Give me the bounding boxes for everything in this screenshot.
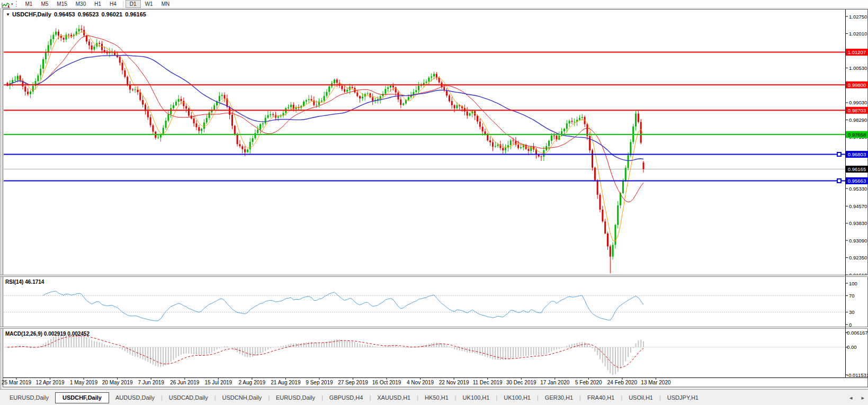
symbol-tab-bar: EURUSD,DailyUSDCHF,DailyAUDUSD,Daily|USD…: [0, 389, 868, 405]
candle-body: [574, 122, 575, 122]
date-axis-label: 21 Aug 2019: [271, 380, 301, 385]
candle-body: [221, 95, 223, 96]
toolbar-dropdown-icon[interactable]: ▾: [11, 2, 13, 6]
candle-body: [55, 32, 57, 35]
candle-body: [178, 99, 180, 102]
chart-tab-usdchf-daily[interactable]: USDCHF,Daily: [55, 392, 109, 403]
candle-body: [571, 121, 572, 122]
candle-body: [40, 69, 41, 76]
tab-scroll-left-icon[interactable]: ◂: [849, 394, 853, 401]
candle-body: [99, 43, 100, 43]
candle-body: [14, 80, 16, 80]
chart-tab-usdjpy-h1[interactable]: USDJPY,H1: [661, 393, 705, 403]
date-axis-label: 30 Dec 2019: [506, 380, 536, 385]
candle-body: [326, 92, 327, 96]
candle-body: [495, 146, 496, 147]
level-handle[interactable]: [837, 179, 841, 183]
candle-body: [513, 140, 514, 141]
chart-tab-xauusd-h1[interactable]: XAUUSD,H1: [371, 393, 417, 403]
level-price-tag-text: 0.97658: [848, 132, 866, 138]
candle-body: [415, 90, 417, 92]
candle-body: [68, 35, 69, 35]
indicators-icon[interactable]: [2, 1, 11, 7]
candle-body: [247, 149, 248, 152]
symbol-tabs: EURUSD,DailyUSDCHF,DailyAUDUSD,Daily|USD…: [3, 392, 705, 403]
date-axis-label: 20 May 2019: [102, 380, 133, 385]
chart-tab-fra40-h1[interactable]: FRA40,H1: [581, 393, 621, 403]
timeframe-h4-button[interactable]: H4: [105, 0, 121, 8]
candle-body: [352, 87, 353, 88]
candle-body: [433, 74, 435, 77]
candle-body: [520, 147, 522, 148]
candle-body: [454, 105, 455, 109]
tab-scroll-right-icon[interactable]: ▸: [861, 394, 864, 401]
candle-body: [231, 115, 233, 126]
candle-body: [139, 92, 141, 100]
candle-body: [477, 116, 478, 122]
chart-tab-hk50-h1[interactable]: HK50,H1: [418, 393, 455, 403]
candle-body: [602, 210, 603, 221]
timeframe-m15-button[interactable]: M15: [52, 0, 71, 8]
toolbar-grip[interactable]: [16, 1, 18, 7]
date-axis-label: 17 Jan 2020: [540, 380, 569, 385]
rsi-axis-label: 0: [849, 322, 852, 328]
date-axis-label: 13 Mar 2020: [641, 380, 671, 385]
candle-body: [594, 168, 596, 181]
date-axis-label: 12 Apr 2019: [36, 380, 65, 385]
date-axis-label: 16 Oct 2019: [372, 380, 401, 385]
candle-body: [239, 144, 240, 146]
chart-tab-usoil-h1[interactable]: USOil,H1: [622, 393, 659, 403]
candle-body: [147, 111, 149, 118]
price-axis-label: 0.93090: [849, 238, 867, 244]
chart-tab-uk100-h1[interactable]: UK100,H1: [497, 393, 537, 403]
candle-body: [52, 35, 54, 39]
level-price-tag-text: 1.01207: [848, 49, 866, 55]
ohlc-high: 0.96523: [78, 11, 99, 17]
candle-body: [170, 108, 172, 114]
candle-body: [563, 129, 565, 131]
candle-body: [129, 85, 131, 89]
timeframe-w1-button[interactable]: W1: [141, 0, 157, 8]
price-axis-label: 0.95330: [849, 186, 867, 192]
level-price-tag-text: 0.99800: [848, 82, 866, 88]
candle-body: [142, 100, 144, 105]
date-axis-label: 5 Feb 2020: [575, 380, 602, 385]
macd-axis-label: -0.011531: [847, 372, 868, 378]
timeframe-m1-button[interactable]: M1: [21, 0, 37, 8]
chart-tab-usdcad-daily[interactable]: USDCAD,Daily: [163, 393, 214, 403]
macd-axis-label: 0.006167: [847, 330, 868, 336]
candle-body: [527, 149, 529, 151]
chart-tab-ger30-h1[interactable]: GER30,H1: [539, 393, 579, 403]
candle-body: [195, 123, 197, 127]
chart-tab-gbpusd-h4[interactable]: GBPUSD,H4: [323, 393, 370, 403]
candle-body: [48, 45, 49, 52]
candle-body: [344, 89, 345, 92]
chart-tab-audusd-daily[interactable]: AUDUSD,Daily: [109, 393, 161, 403]
candle-body: [65, 35, 67, 40]
macd-axis-label: 0.00: [847, 344, 857, 350]
timeframe-m5-button[interactable]: M5: [37, 0, 52, 8]
timeframe-mn-button[interactable]: MN: [157, 0, 174, 8]
candle-body: [489, 140, 491, 142]
date-axis-label: 22 Nov 2019: [439, 380, 469, 385]
timeframe-m30-button[interactable]: M30: [71, 0, 90, 8]
main-chart-svg: 1.027501.020101.005300.990300.982900.975…: [0, 0, 868, 405]
candle-body: [234, 126, 236, 135]
candle-body: [135, 89, 136, 90]
candle-body: [408, 97, 409, 100]
candle-body: [270, 114, 271, 115]
candle-body: [334, 79, 335, 83]
timeframe-d1-button[interactable]: D1: [126, 0, 141, 8]
chart-tab-usdcnh-daily[interactable]: USDCNH,Daily: [216, 393, 269, 403]
chart-tab-uk100-h1[interactable]: UK100,H1: [457, 393, 496, 403]
timeframe-h1-button[interactable]: H1: [90, 0, 105, 8]
chart-dropdown-icon[interactable]: ▼: [6, 12, 10, 17]
chart-tab-eurusd-daily[interactable]: EURUSD,Daily: [270, 393, 321, 403]
candle-body: [88, 42, 90, 46]
candle-body: [288, 107, 289, 109]
candle-body: [132, 89, 133, 90]
chart-tab-eurusd-daily[interactable]: EURUSD,Daily: [3, 393, 55, 403]
level-handle[interactable]: [837, 152, 841, 156]
candle-body: [384, 89, 386, 94]
candle-body: [597, 180, 598, 194]
